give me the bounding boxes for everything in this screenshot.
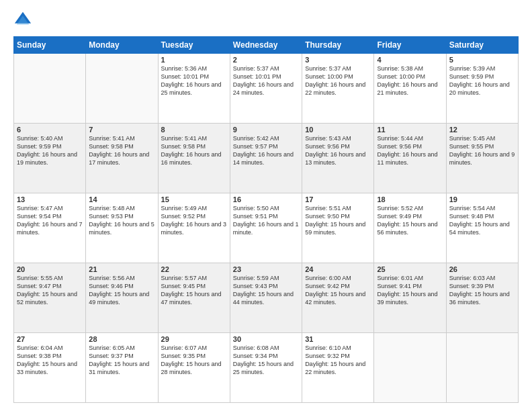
- day-cell: 19Sunrise: 5:54 AM Sunset: 9:48 PM Dayli…: [446, 193, 518, 263]
- col-header-friday: Friday: [374, 37, 446, 54]
- day-number: 28: [89, 335, 154, 343]
- day-info: Sunrise: 5:37 AM Sunset: 10:01 PM Daylig…: [233, 64, 299, 97]
- day-info: Sunrise: 5:51 AM Sunset: 9:50 PM Dayligh…: [305, 204, 371, 237]
- day-info: Sunrise: 5:55 AM Sunset: 9:47 PM Dayligh…: [17, 274, 83, 307]
- day-number: 2: [233, 56, 299, 64]
- day-number: 26: [449, 265, 515, 273]
- day-info: Sunrise: 5:36 AM Sunset: 10:01 PM Daylig…: [161, 64, 227, 97]
- day-number: 24: [305, 265, 371, 273]
- day-cell: 30Sunrise: 6:08 AM Sunset: 9:34 PM Dayli…: [230, 333, 302, 403]
- logo: [13, 11, 35, 30]
- day-number: 9: [233, 126, 299, 134]
- day-number: 21: [89, 265, 154, 273]
- day-cell: 18Sunrise: 5:52 AM Sunset: 9:49 PM Dayli…: [374, 193, 446, 263]
- day-info: Sunrise: 5:38 AM Sunset: 10:00 PM Daylig…: [377, 64, 443, 97]
- day-cell: 25Sunrise: 6:01 AM Sunset: 9:41 PM Dayli…: [374, 263, 446, 333]
- day-number: 17: [305, 195, 371, 203]
- day-info: Sunrise: 5:37 AM Sunset: 10:00 PM Daylig…: [305, 64, 371, 97]
- day-info: Sunrise: 6:00 AM Sunset: 9:42 PM Dayligh…: [305, 274, 371, 307]
- col-header-saturday: Saturday: [446, 37, 518, 54]
- day-number: 14: [89, 195, 154, 203]
- day-info: Sunrise: 5:47 AM Sunset: 9:54 PM Dayligh…: [17, 204, 83, 237]
- day-number: 30: [233, 335, 299, 343]
- header-row: SundayMondayTuesdayWednesdayThursdayFrid…: [14, 37, 519, 54]
- day-cell: 1Sunrise: 5:36 AM Sunset: 10:01 PM Dayli…: [158, 54, 230, 124]
- day-number: 7: [89, 126, 154, 134]
- day-number: 8: [161, 126, 227, 134]
- day-info: Sunrise: 5:45 AM Sunset: 9:55 PM Dayligh…: [449, 134, 515, 167]
- day-cell: [374, 333, 446, 403]
- day-number: 10: [305, 126, 371, 134]
- day-cell: 7Sunrise: 5:41 AM Sunset: 9:58 PM Daylig…: [86, 124, 158, 193]
- header: [13, 11, 519, 30]
- day-number: 29: [161, 335, 227, 343]
- day-info: Sunrise: 5:40 AM Sunset: 9:59 PM Dayligh…: [17, 134, 83, 167]
- day-number: 5: [449, 56, 515, 64]
- day-cell: 2Sunrise: 5:37 AM Sunset: 10:01 PM Dayli…: [230, 54, 302, 124]
- day-number: 23: [233, 265, 299, 273]
- week-row-2: 6Sunrise: 5:40 AM Sunset: 9:59 PM Daylig…: [14, 124, 519, 193]
- day-number: 27: [17, 335, 83, 343]
- day-info: Sunrise: 5:54 AM Sunset: 9:48 PM Dayligh…: [449, 204, 515, 237]
- day-number: 18: [377, 195, 443, 203]
- day-info: Sunrise: 5:56 AM Sunset: 9:46 PM Dayligh…: [89, 274, 154, 307]
- day-number: 4: [377, 56, 443, 64]
- day-info: Sunrise: 5:50 AM Sunset: 9:51 PM Dayligh…: [233, 204, 299, 237]
- logo-icon: [13, 11, 32, 30]
- day-info: Sunrise: 6:07 AM Sunset: 9:35 PM Dayligh…: [161, 344, 227, 377]
- col-header-tuesday: Tuesday: [158, 37, 230, 54]
- col-header-thursday: Thursday: [302, 37, 374, 54]
- day-cell: 13Sunrise: 5:47 AM Sunset: 9:54 PM Dayli…: [14, 193, 86, 263]
- day-cell: 8Sunrise: 5:41 AM Sunset: 9:58 PM Daylig…: [158, 124, 230, 193]
- day-number: 22: [161, 265, 227, 273]
- day-info: Sunrise: 5:42 AM Sunset: 9:57 PM Dayligh…: [233, 134, 299, 167]
- day-number: 3: [305, 56, 371, 64]
- day-cell: 10Sunrise: 5:43 AM Sunset: 9:56 PM Dayli…: [302, 124, 374, 193]
- day-info: Sunrise: 6:04 AM Sunset: 9:38 PM Dayligh…: [17, 344, 83, 377]
- week-row-4: 20Sunrise: 5:55 AM Sunset: 9:47 PM Dayli…: [14, 263, 519, 333]
- day-info: Sunrise: 5:59 AM Sunset: 9:43 PM Dayligh…: [233, 274, 299, 307]
- day-cell: 29Sunrise: 6:07 AM Sunset: 9:35 PM Dayli…: [158, 333, 230, 403]
- day-info: Sunrise: 5:41 AM Sunset: 9:58 PM Dayligh…: [89, 134, 154, 167]
- day-cell: 15Sunrise: 5:49 AM Sunset: 9:52 PM Dayli…: [158, 193, 230, 263]
- day-cell: 31Sunrise: 6:10 AM Sunset: 9:32 PM Dayli…: [302, 333, 374, 403]
- day-cell: 5Sunrise: 5:39 AM Sunset: 9:59 PM Daylig…: [446, 54, 518, 124]
- day-cell: 12Sunrise: 5:45 AM Sunset: 9:55 PM Dayli…: [446, 124, 518, 193]
- day-number: 31: [305, 335, 371, 343]
- day-info: Sunrise: 5:57 AM Sunset: 9:45 PM Dayligh…: [161, 274, 227, 307]
- day-info: Sunrise: 6:10 AM Sunset: 9:32 PM Dayligh…: [305, 344, 371, 377]
- day-info: Sunrise: 5:43 AM Sunset: 9:56 PM Dayligh…: [305, 134, 371, 167]
- day-number: 19: [449, 195, 515, 203]
- day-cell: [446, 333, 518, 403]
- day-number: 20: [17, 265, 83, 273]
- day-cell: [86, 54, 158, 124]
- day-cell: 3Sunrise: 5:37 AM Sunset: 10:00 PM Dayli…: [302, 54, 374, 124]
- day-cell: 28Sunrise: 6:05 AM Sunset: 9:37 PM Dayli…: [86, 333, 158, 403]
- day-number: 6: [17, 126, 83, 134]
- day-info: Sunrise: 5:44 AM Sunset: 9:56 PM Dayligh…: [377, 134, 443, 167]
- day-cell: 14Sunrise: 5:48 AM Sunset: 9:53 PM Dayli…: [86, 193, 158, 263]
- calendar: SundayMondayTuesdayWednesdayThursdayFrid…: [13, 36, 519, 403]
- day-cell: [14, 54, 86, 124]
- page: SundayMondayTuesdayWednesdayThursdayFrid…: [0, 0, 532, 411]
- day-cell: 9Sunrise: 5:42 AM Sunset: 9:57 PM Daylig…: [230, 124, 302, 193]
- day-info: Sunrise: 5:41 AM Sunset: 9:58 PM Dayligh…: [161, 134, 227, 167]
- day-info: Sunrise: 6:01 AM Sunset: 9:41 PM Dayligh…: [377, 274, 443, 307]
- day-cell: 17Sunrise: 5:51 AM Sunset: 9:50 PM Dayli…: [302, 193, 374, 263]
- day-cell: 24Sunrise: 6:00 AM Sunset: 9:42 PM Dayli…: [302, 263, 374, 333]
- day-cell: 26Sunrise: 6:03 AM Sunset: 9:39 PM Dayli…: [446, 263, 518, 333]
- week-row-3: 13Sunrise: 5:47 AM Sunset: 9:54 PM Dayli…: [14, 193, 519, 263]
- day-cell: 20Sunrise: 5:55 AM Sunset: 9:47 PM Dayli…: [14, 263, 86, 333]
- day-number: 12: [449, 126, 515, 134]
- day-cell: 11Sunrise: 5:44 AM Sunset: 9:56 PM Dayli…: [374, 124, 446, 193]
- day-info: Sunrise: 5:48 AM Sunset: 9:53 PM Dayligh…: [89, 204, 154, 237]
- week-row-5: 27Sunrise: 6:04 AM Sunset: 9:38 PM Dayli…: [14, 333, 519, 403]
- day-cell: 23Sunrise: 5:59 AM Sunset: 9:43 PM Dayli…: [230, 263, 302, 333]
- day-info: Sunrise: 5:49 AM Sunset: 9:52 PM Dayligh…: [161, 204, 227, 237]
- col-header-wednesday: Wednesday: [230, 37, 302, 54]
- col-header-monday: Monday: [86, 37, 158, 54]
- day-number: 13: [17, 195, 83, 203]
- day-cell: 6Sunrise: 5:40 AM Sunset: 9:59 PM Daylig…: [14, 124, 86, 193]
- day-cell: 21Sunrise: 5:56 AM Sunset: 9:46 PM Dayli…: [86, 263, 158, 333]
- day-info: Sunrise: 6:03 AM Sunset: 9:39 PM Dayligh…: [449, 274, 515, 307]
